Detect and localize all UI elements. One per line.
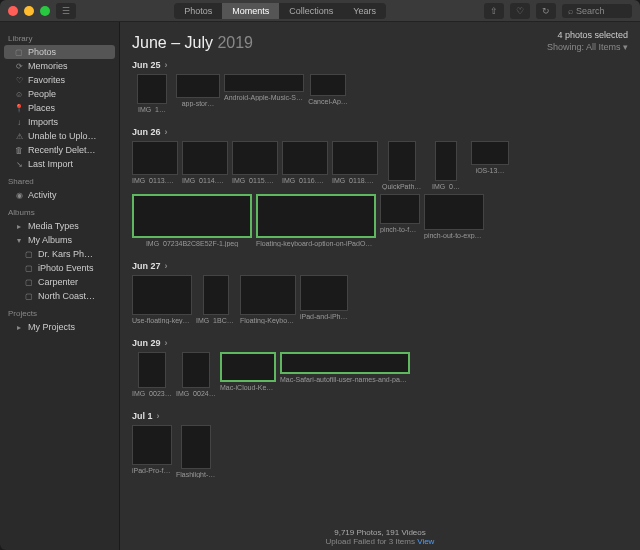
thumbnail-caption: Mac-iCloud-Keyc… — [220, 384, 276, 391]
sidebar-item-favorites[interactable]: ♡Favorites — [0, 73, 119, 87]
sidebar-item-recently-delet-[interactable]: 🗑Recently Delet… — [0, 143, 119, 157]
photo-thumbnail[interactable]: Floating-keyboard-option-on-iPadOS-full-… — [256, 194, 376, 247]
date-group-jun-25[interactable]: Jun 25 — [132, 56, 628, 74]
item-label: Activity — [28, 190, 57, 200]
thumbnail-image — [424, 194, 484, 230]
search-input[interactable]: ⌕Search — [562, 4, 632, 18]
sidebar-item-iphoto-events[interactable]: ▢iPhoto Events — [0, 261, 119, 275]
sidebar-item-activity[interactable]: ◉Activity — [0, 188, 119, 202]
thumbnail-caption: IMG_0024.P… — [176, 390, 216, 397]
photo-thumbnail[interactable]: iPad-and-iPhone… — [300, 275, 348, 324]
item-label: Memories — [28, 61, 68, 71]
tab-collections[interactable]: Collections — [279, 3, 343, 19]
status-bar: 9,719 Photos, 191 Videos Upload Failed f… — [120, 524, 640, 550]
photo-thumbnail[interactable]: app-stor… — [176, 74, 220, 113]
photo-thumbnail[interactable]: pinch-to-fu-zoo… — [380, 194, 420, 247]
item-label: Unable to Uplo… — [28, 131, 97, 141]
thumbnail-caption: Cancel-Ap… — [308, 98, 348, 105]
zoom-icon[interactable] — [40, 6, 50, 16]
photo-thumbnail[interactable]: IMG_1BCA2C6A3… — [196, 275, 236, 324]
item-label: Recently Delet… — [28, 145, 96, 155]
photo-thumbnail[interactable]: IMG_0… — [426, 141, 466, 190]
photo-thumbnail[interactable]: QuickPath-keyb… — [382, 141, 422, 190]
thumbnail-caption: IMG_07234B2C8E52F-1.jpeg — [146, 240, 238, 247]
item-icon: ♡ — [14, 76, 24, 85]
close-icon[interactable] — [8, 6, 18, 16]
sidebar-section-library: Library — [0, 32, 119, 45]
sidebar-item-last-import[interactable]: ↘Last Import — [0, 157, 119, 171]
favorite-icon[interactable]: ♡ — [510, 3, 530, 19]
sidebar-item-imports[interactable]: ↓Imports — [0, 115, 119, 129]
tab-moments[interactable]: Moments — [222, 3, 279, 19]
thumbnail-image — [132, 425, 172, 465]
sidebar-item-carpenter[interactable]: ▢Carpenter — [0, 275, 119, 289]
thumbnail-image — [181, 425, 211, 469]
date-group-jun-26[interactable]: Jun 26 — [132, 123, 628, 141]
item-icon: ↘ — [14, 160, 24, 169]
sidebar-item-media-types[interactable]: ▸Media Types — [0, 219, 119, 233]
content-area: June – July 2019 4 photos selected Showi… — [120, 22, 640, 550]
rotate-icon[interactable]: ↻ — [536, 3, 556, 19]
sidebar-item-unable-to-uplo-[interactable]: ⚠Unable to Uplo… — [0, 129, 119, 143]
photo-thumbnail[interactable]: Mac-iCloud-Keyc… — [220, 352, 276, 397]
item-label: My Albums — [28, 235, 72, 245]
filter-dropdown[interactable]: Showing: All Items ▾ — [547, 42, 628, 52]
thumbnail-caption: iPad-Pro-flashlig… — [132, 467, 172, 474]
photo-thumbnail[interactable]: IMG_0024.P… — [176, 352, 216, 397]
tab-photos[interactable]: Photos — [174, 3, 222, 19]
sidebar-item-people[interactable]: ☺People — [0, 87, 119, 101]
item-icon: ☺ — [14, 90, 24, 99]
thumbnail-caption: app-stor… — [182, 100, 215, 107]
photo-thumbnail[interactable]: Flashlight-inten… — [176, 425, 216, 478]
item-icon: ◉ — [14, 191, 24, 200]
photo-thumbnail[interactable]: pinch-out-to-expand-floating-keyboard-t… — [424, 194, 484, 247]
item-label: Favorites — [28, 75, 65, 85]
sidebar-item-my-albums[interactable]: ▾My Albums — [0, 233, 119, 247]
thumbnail-image — [232, 141, 278, 175]
sidebar-item-memories[interactable]: ⟳Memories — [0, 59, 119, 73]
photo-thumbnail[interactable]: IMG_0116.PNG — [282, 141, 328, 190]
photo-thumbnail[interactable]: iOS-13… — [470, 141, 510, 190]
sidebar-item-places[interactable]: 📍Places — [0, 101, 119, 115]
photo-thumbnail[interactable]: IMG_0115.PNG — [232, 141, 278, 190]
thumbnail-image — [256, 194, 376, 238]
photo-thumbnail[interactable]: IMG_0118.PNG — [332, 141, 378, 190]
photo-thumbnail[interactable]: iPad-Pro-flashlig… — [132, 425, 172, 478]
item-icon: ⚠ — [14, 132, 24, 141]
photo-thumbnail[interactable]: Floating-Keyboa… — [240, 275, 296, 324]
thumbnail-image — [182, 141, 228, 175]
thumbnail-caption: pinch-out-to-expand-floating-keyboard-t… — [424, 232, 484, 239]
tab-years[interactable]: Years — [343, 3, 386, 19]
date-group-jun-29[interactable]: Jun 29 — [132, 334, 628, 352]
sidebar-item-my-projects[interactable]: ▸My Projects — [0, 320, 119, 334]
photo-thumbnail[interactable]: Android-Apple-Music-Subscription.jpg — [224, 74, 304, 113]
item-icon: ▾ — [14, 236, 24, 245]
thumbnail-image — [310, 74, 346, 96]
item-icon: 📍 — [14, 104, 24, 113]
item-icon: ▸ — [14, 222, 24, 231]
photo-thumbnail[interactable]: IMG_0023.P… — [132, 352, 172, 397]
photo-thumbnail[interactable]: IMG_1… — [132, 74, 172, 113]
sidebar-item-photos[interactable]: ▢Photos — [4, 45, 115, 59]
photo-thumbnail[interactable]: Mac-Safari-autofill-user-names-and-passw… — [280, 352, 410, 397]
minimize-icon[interactable] — [24, 6, 34, 16]
thumbnail-caption: IMG_0113.PNG — [132, 177, 178, 184]
thumbnail-caption: Floating-keyboard-option-on-iPadOS-full-… — [256, 240, 376, 247]
item-label: iPhoto Events — [38, 263, 94, 273]
date-group-jun-27[interactable]: Jun 27 — [132, 257, 628, 275]
view-errors-link[interactable]: View — [417, 537, 434, 546]
sidebar-item-north-coast-[interactable]: ▢North Coast… — [0, 289, 119, 303]
sidebar-section-shared: Shared — [0, 175, 119, 188]
date-group-jul-1[interactable]: Jul 1 — [132, 407, 628, 425]
share-icon[interactable]: ⇧ — [484, 3, 504, 19]
search-icon: ⌕ — [568, 6, 573, 16]
photo-thumbnail[interactable]: Cancel-Ap… — [308, 74, 348, 113]
photo-thumbnail[interactable]: Use-floating-keyboard-handle-to-spring-b… — [132, 275, 192, 324]
photo-thumbnail[interactable]: IMG_0114.PNG — [182, 141, 228, 190]
sidebar-toggle-icon[interactable]: ☰ — [56, 3, 76, 19]
photo-thumbnail[interactable]: IMG_07234B2C8E52F-1.jpeg — [132, 194, 252, 247]
thumbnail-image — [435, 141, 457, 181]
photo-thumbnail[interactable]: IMG_0113.PNG — [132, 141, 178, 190]
sidebar-item-dr-kars-ph-[interactable]: ▢Dr. Kars Ph… — [0, 247, 119, 261]
sidebar: Library▢Photos⟳Memories♡Favorites☺People… — [0, 22, 120, 550]
